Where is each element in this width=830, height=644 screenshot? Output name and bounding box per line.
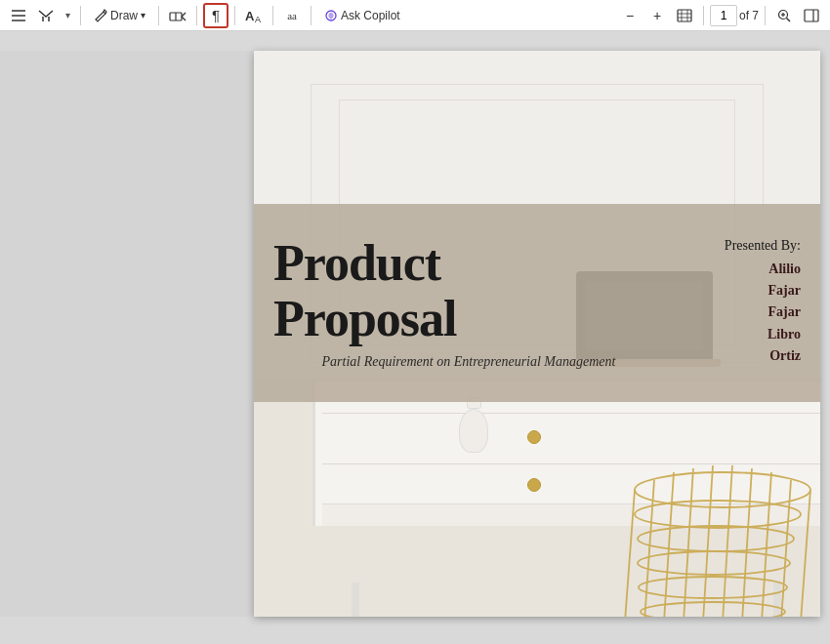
drawer-handle-2 [527, 478, 541, 492]
svg-point-36 [638, 551, 790, 575]
separator-6 [311, 6, 311, 25]
separator-4 [234, 6, 235, 25]
add-icon: + [653, 8, 661, 23]
draw-button[interactable]: Draw ▾ [87, 3, 152, 28]
svg-line-23 [625, 490, 635, 617]
svg-point-33 [635, 472, 810, 507]
filter-chevron-button[interactable]: ▾ [61, 3, 74, 28]
eraser-button[interactable] [165, 3, 190, 28]
svg-point-34 [635, 501, 801, 528]
svg-rect-12 [678, 10, 691, 21]
title-line-1: Product [273, 235, 664, 291]
presenter-1: Alilio [674, 259, 801, 280]
read-aloud-button[interactable]: aа [279, 3, 305, 28]
vase [459, 397, 488, 453]
filter-icon-button[interactable] [33, 3, 59, 28]
svg-line-29 [742, 468, 752, 617]
page-number-input[interactable] [710, 5, 737, 26]
drawer-handle-1 [527, 430, 541, 444]
presenter-names: Alilio Fajar Fajar Libro Ortiz [674, 259, 801, 368]
svg-line-18 [787, 18, 791, 21]
draw-chevron: ▾ [141, 10, 145, 20]
svg-line-32 [801, 490, 810, 617]
svg-line-26 [684, 468, 693, 617]
page-area: Product Proposal Partial Requirement on … [0, 31, 830, 644]
separator-8 [765, 6, 766, 25]
fit-page-button[interactable] [672, 3, 697, 28]
svg-line-27 [703, 465, 713, 617]
svg-point-37 [639, 577, 787, 598]
content-overlay: Product Proposal Partial Requirement on … [254, 204, 820, 402]
left-panel [0, 51, 254, 617]
list-icon-button[interactable] [6, 3, 31, 28]
svg-point-35 [638, 526, 794, 551]
title-line-2: Proposal [273, 291, 664, 346]
separator-2 [158, 6, 159, 25]
zoom-button[interactable] [771, 3, 797, 28]
svg-line-7 [182, 13, 186, 17]
svg-text:A: A [245, 9, 255, 23]
svg-point-38 [641, 602, 785, 617]
pilcrow-button[interactable]: ¶ [203, 3, 228, 28]
presented-section: Presented By: Alilio Fajar Fajar Libro O… [664, 238, 801, 368]
presenter-5: Ortiz [674, 345, 801, 367]
draw-label: Draw [110, 9, 138, 22]
drawer-line-1 [322, 413, 820, 414]
read-aloud-icon: aа [287, 10, 297, 21]
toolbar: ▾ Draw ▾ ¶ A A aа [0, 0, 830, 31]
ask-copilot-button[interactable]: Ask Copilot [317, 3, 407, 28]
svg-rect-21 [805, 10, 818, 21]
main-title: Product Proposal [273, 235, 664, 346]
ask-copilot-label: Ask Copilot [341, 9, 400, 22]
font-size-button[interactable]: A A [241, 3, 267, 28]
title-section: Product Proposal Partial Requirement on … [273, 235, 664, 370]
separator-7 [703, 6, 704, 25]
basket [615, 461, 820, 617]
subtitle: Partial Requirement on Entrepreneurial M… [273, 354, 664, 370]
presented-by-label: Presented By: [674, 238, 801, 254]
presenter-2: Fajar [674, 280, 801, 302]
svg-line-8 [182, 17, 186, 20]
separator-1 [80, 6, 81, 25]
svg-text:A: A [255, 15, 261, 23]
dresser-leg-1 [352, 583, 359, 617]
minimize-icon: − [626, 8, 634, 23]
page-navigation: − + of 7 [617, 3, 824, 28]
separator-5 [272, 6, 273, 25]
presenter-3: Fajar [674, 302, 801, 323]
separator-3 [196, 6, 197, 25]
slide: Product Proposal Partial Requirement on … [254, 51, 820, 617]
svg-line-28 [723, 465, 732, 617]
presenter-4: Libro [674, 324, 801, 345]
add-button[interactable]: + [644, 3, 670, 28]
minimize-button[interactable]: − [617, 3, 643, 28]
side-panel-button[interactable] [799, 3, 824, 28]
page-total: of 7 [739, 9, 759, 22]
